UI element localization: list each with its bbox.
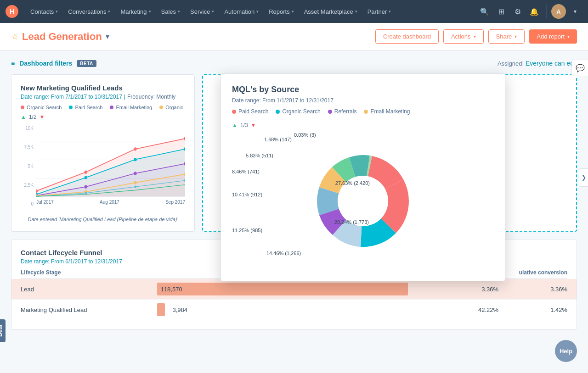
x-axis-ticks: Jul 2017 Aug 2017 Sep 2017 — [36, 200, 185, 205]
row-mql-col3: 42.22% — [430, 306, 498, 313]
mql-legend: Organic Search Paid Search Email Marketi… — [21, 105, 185, 110]
avatar[interactable]: A — [551, 4, 566, 19]
nav-partner[interactable]: Partner ▾ — [363, 6, 396, 18]
row-lead-col4: 3.36% — [498, 286, 567, 293]
popup-legend-paid: Paid Search — [232, 108, 268, 115]
chevron-down-icon: ▾ — [256, 9, 259, 14]
bar-fill-lead: 118,570 — [157, 283, 408, 295]
pie-label-11: 11.25% (985) — [232, 228, 262, 233]
nav-marketing-label: Marketing — [120, 8, 147, 15]
settings-icon[interactable]: ⚙ — [510, 4, 525, 19]
mql-card-title: New Marketing Qualified Leads — [21, 84, 185, 92]
nav-service[interactable]: Service ▾ — [186, 6, 219, 18]
popup-legend-referrals: Referrals — [328, 108, 357, 115]
svg-point-23 — [134, 185, 136, 188]
assigned-value[interactable]: Everyone can edit — [526, 60, 577, 67]
favorite-star-icon[interactable]: ☆ — [11, 32, 18, 42]
top-navigation: H Contacts ▾ Conversations ▾ Marketing ▾… — [0, 0, 588, 23]
nav-sales[interactable]: Sales ▾ — [157, 6, 185, 18]
legend-dot-paid — [69, 106, 73, 109]
pag-up-icon: ▲ — [232, 122, 237, 128]
search-icon[interactable]: 🔍 — [477, 4, 492, 19]
row-lead-col3: 3.36% — [430, 286, 498, 293]
nav-contacts-label: Contacts — [30, 8, 54, 15]
y-axis: 10K 7.5K 5K 2.5K 0 — [21, 124, 36, 216]
notifications-icon[interactable]: 🔔 — [527, 4, 542, 19]
row-lead-label: Lead — [21, 286, 157, 293]
legend-dot — [328, 110, 332, 114]
create-dashboard-button[interactable]: Create dashboard — [375, 29, 439, 44]
row-mql-bar: 3,984 — [157, 303, 430, 316]
pie-chart-container: 27.63% (2,420) 20.24% (1,773) 14.46% (1,… — [232, 132, 494, 270]
pie-label-8: 8.46% (741) — [232, 169, 260, 174]
chevron-down-icon: ▾ — [108, 9, 110, 14]
table-row: Marketing Qualified Lead 3,984 42.22% 1.… — [21, 300, 567, 320]
chevron-down-icon: ▾ — [474, 34, 476, 39]
row-mql-value: 3,984 — [172, 306, 187, 313]
avatar-dropdown-icon[interactable]: ▾ — [568, 4, 582, 19]
row-lead-bar: 118,570 — [157, 283, 430, 295]
assigned-label: Assigned: — [498, 60, 524, 67]
actions-button[interactable]: Actions ▾ — [443, 29, 484, 44]
nav-conversations-label: Conversations — [68, 8, 106, 15]
svg-point-7 — [134, 147, 136, 150]
add-report-button[interactable]: Add report ▾ — [529, 29, 577, 44]
mql-date-range: Date range: From 7/1/2017 to 10/31/2017 — [21, 94, 122, 100]
assigned-section: Assigned: Everyone can edit — [498, 60, 577, 67]
pag-down-icon: ▼ — [251, 122, 256, 128]
header-left: ☆ Lead Generation ▾ — [11, 31, 375, 43]
popup-legend-email: Email Marketing — [364, 108, 410, 115]
pag-fraction: 1/2 — [29, 114, 37, 120]
nav-reports[interactable]: Reports ▾ — [264, 6, 299, 18]
chevron-down-icon: ▾ — [178, 9, 180, 14]
col-cumulative: ulative conversion — [498, 269, 567, 276]
page-title: Lead Generation — [22, 31, 102, 43]
legend-dot-organic — [21, 106, 24, 109]
svg-point-14 — [84, 185, 87, 188]
nav-contacts[interactable]: Contacts ▾ — [26, 6, 62, 18]
legend-dot-email — [110, 106, 113, 109]
svg-point-19 — [134, 181, 136, 184]
line-chart-svg — [36, 124, 185, 197]
svg-point-11 — [134, 158, 136, 161]
nav-automation[interactable]: Automation ▾ — [220, 6, 263, 18]
chat-icon[interactable]: 💬 — [571, 60, 588, 76]
pie-label-5: 5.83% (511) — [246, 153, 273, 158]
nav-asset-marketplace[interactable]: Asset Marketplace ▾ — [300, 6, 362, 18]
pie-label-1: 1.68% (147) — [264, 137, 292, 142]
collapse-panel-icon[interactable]: ❯ — [579, 168, 588, 187]
nav-conversations[interactable]: Conversations ▾ — [63, 6, 115, 18]
share-button[interactable]: Share ▾ — [488, 29, 525, 44]
mql-frequency: Frequency: Monthly — [127, 94, 175, 100]
nav-divider — [546, 5, 547, 18]
filters-left: ≡ Dashboard filters BETA — [11, 60, 96, 67]
col-lifecycle-stage: Lifecycle Stage — [21, 269, 157, 276]
popup-legend: Paid Search Organic Search Referrals Ema… — [232, 108, 494, 115]
dashboard-filters-label[interactable]: Dashboard filters — [19, 60, 72, 67]
chevron-down-icon: ▾ — [389, 9, 391, 14]
popup-title: MQL's by Source — [232, 85, 494, 95]
pag-down-icon: ▼ — [40, 114, 45, 120]
beta-button[interactable]: Beta — [0, 319, 6, 342]
chevron-down-icon: ▾ — [212, 9, 214, 14]
table-row: Lead 118,570 3.36% 3.36% — [11, 279, 577, 300]
chevron-down-icon: ▾ — [292, 9, 294, 14]
mql-popup: MQL's by Source Date range: From 1/1/201… — [220, 73, 505, 281]
mql-pagination: ▲ 1/2 ▼ — [21, 114, 185, 120]
bar-fill-mql — [157, 303, 165, 316]
title-dropdown-icon[interactable]: ▾ — [106, 32, 109, 41]
pie-chart-svg — [294, 132, 432, 270]
popup-date: Date range: From 1/1/2017 to 12/31/2017 — [232, 97, 494, 104]
beta-badge: BETA — [77, 60, 96, 67]
nav-marketing[interactable]: Marketing ▾ — [116, 6, 155, 18]
donut-hole — [338, 176, 388, 226]
svg-point-6 — [84, 170, 87, 173]
dashboard-filters-bar: ≡ Dashboard filters BETA Assigned: Every… — [11, 60, 577, 67]
popup-pag-fraction: 1/3 — [240, 122, 248, 128]
hubspot-logo[interactable]: H — [6, 5, 18, 18]
legend-dot-organic2 — [159, 106, 163, 109]
help-button[interactable]: Help — [555, 340, 577, 362]
nav-partner-label: Partner — [368, 8, 387, 15]
main-content: ≡ Dashboard filters BETA Assigned: Every… — [0, 50, 588, 373]
apps-icon[interactable]: ⊞ — [494, 4, 509, 19]
